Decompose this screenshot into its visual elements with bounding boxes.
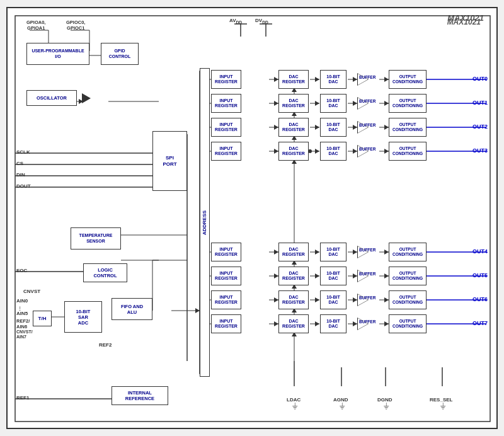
svg-marker-30: [315, 77, 319, 82]
oscillator-box: OSCILLATOR: [26, 90, 77, 106]
ref2-ain6-label: REF2/AIN6: [16, 318, 30, 330]
input-reg-2: INPUTREGISTER: [211, 118, 241, 137]
out1-label: OUT1: [472, 100, 488, 106]
out3-label: OUT3: [472, 147, 488, 154]
ldac-gnd-sym: ⏚: [292, 400, 297, 410]
svg-marker-86: [353, 297, 357, 302]
eoc-label: EOC: [16, 268, 27, 273]
oc-0: OUTPUTCONDITIONING: [389, 70, 427, 89]
gpioc-label: GPIOC0,GPIOC1: [66, 20, 85, 31]
oc-4: OUTPUTCONDITIONING: [389, 243, 427, 261]
svg-marker-88: [384, 297, 389, 302]
sar-adc-box: 10-BITSARADC: [64, 301, 102, 333]
svg-marker-48: [315, 125, 319, 130]
svg-marker-57: [315, 149, 319, 154]
dac-reg-0: DACREGISTER: [278, 70, 309, 89]
avdd-label: AVDD: [229, 18, 242, 25]
svg-marker-46: [274, 125, 278, 130]
svg-marker-37: [274, 101, 278, 106]
buf-2-label: BUFFER: [359, 123, 375, 127]
oc-1: OUTPUTCONDITIONING: [389, 94, 427, 113]
sclk-label: SCLK: [16, 149, 30, 155]
dac-reg-6: DACREGISTER: [278, 290, 309, 309]
input-reg-1: INPUTREGISTER: [211, 94, 241, 113]
dac-6: 10-BITDAC: [320, 290, 346, 309]
gpid-control-box: GPIDCONTROL: [101, 43, 139, 65]
oc-6: OUTPUTCONDITIONING: [389, 290, 427, 309]
svg-marker-68: [353, 250, 357, 255]
oc-7: OUTPUTCONDITIONING: [389, 314, 427, 333]
dac-reg-5: DACREGISTER: [278, 267, 309, 285]
dac-reg-4: DACREGISTER: [278, 243, 309, 261]
svg-marker-97: [384, 321, 389, 326]
input-reg-6: INPUTREGISTER: [211, 290, 241, 309]
out4-label: OUT4: [472, 248, 488, 255]
dac-reg-2: DACREGISTER: [278, 118, 309, 137]
diagram-container: MAX1021: [6, 7, 498, 429]
svg-marker-73: [274, 273, 278, 278]
logic-control-box: LOGICCONTROL: [83, 263, 127, 282]
dac-0: 10-BITDAC: [320, 70, 346, 89]
svg-marker-66: [315, 250, 319, 255]
svg-marker-55: [274, 149, 278, 154]
svg-marker-95: [353, 321, 357, 326]
oc-5: OUTPUTCONDITIONING: [389, 267, 427, 285]
dgnd-gnd-sym: ⏚: [384, 400, 389, 410]
gpioa-label: GPIOA0,GPIOA1: [26, 20, 45, 31]
out6-label: OUT6: [472, 296, 488, 302]
svg-marker-75: [315, 273, 319, 278]
dac-reg-1: DACREGISTER: [278, 94, 309, 113]
ref1-label: REF1: [16, 395, 29, 401]
oc-3: OUTPUTCONDITIONING: [389, 142, 427, 161]
dac-reg-3: DACREGISTER: [278, 142, 309, 161]
svg-marker-32: [353, 77, 357, 82]
dout-label: DOUT: [16, 183, 31, 189]
ref2-label: REF2: [99, 342, 112, 348]
out2-label: OUT2: [472, 123, 488, 130]
internal-ref-box: INTERNALREFERENCE: [112, 386, 168, 405]
svg-marker-39: [315, 101, 319, 106]
buf-6-label: BUFFER: [359, 295, 375, 300]
svg-marker-61: [384, 149, 389, 154]
out0-label: OUT0: [472, 76, 488, 82]
svg-marker-129: [195, 308, 200, 313]
svg-marker-41: [353, 101, 357, 106]
dac-4: 10-BITDAC: [320, 243, 346, 261]
svg-marker-93: [315, 321, 319, 326]
dac-reg-7: DACREGISTER: [278, 314, 309, 333]
buf-3-label: BUFFER: [359, 147, 375, 151]
dac-7: 10-BITDAC: [320, 314, 346, 333]
spi-port-box: SPIPORT: [152, 131, 187, 191]
dvdd-label: DVDD: [255, 18, 268, 25]
dac-1: 10-BITDAC: [320, 94, 346, 113]
res-sel-gnd-sym: ⏚: [440, 400, 445, 410]
svg-marker-64: [274, 250, 278, 255]
ain5-label: AIN5: [16, 311, 28, 316]
out7-label: OUT7: [472, 320, 488, 326]
buf-7-label: BUFFER: [359, 319, 375, 324]
dac-2: 10-BITDAC: [320, 118, 346, 137]
svg-marker-50: [353, 125, 357, 130]
dac-3: 10-BITDAC: [320, 142, 346, 161]
osc-gate: [82, 93, 91, 103]
buf-0-label: BUFFER: [359, 75, 375, 79]
svg-marker-70: [384, 250, 389, 255]
input-reg-0: INPUTREGISTER: [211, 70, 241, 89]
din-label: DIN: [16, 172, 25, 178]
svg-marker-28: [274, 77, 278, 82]
buf-4-label: BUFFER: [359, 248, 375, 252]
svg-marker-43: [384, 101, 389, 106]
svg-marker-91: [274, 321, 278, 326]
cnvst-label: CNVST: [23, 289, 40, 294]
input-reg-4: INPUTREGISTER: [211, 243, 241, 261]
temp-sensor-box: TEMPERATURESENSOR: [71, 227, 121, 250]
svg-marker-52: [384, 125, 389, 130]
address-block: ADDRESS: [200, 68, 210, 377]
agnd-gnd-sym: ⏚: [340, 400, 345, 410]
input-reg-5: INPUTREGISTER: [211, 267, 241, 285]
input-reg-3: INPUTREGISTER: [211, 142, 241, 161]
cnvst-ain7-label: CNVST/AIN7: [16, 330, 33, 340]
input-reg-7: INPUTREGISTER: [211, 314, 241, 333]
svg-marker-84: [315, 297, 319, 302]
oc-2: OUTPUTCONDITIONING: [389, 118, 427, 137]
